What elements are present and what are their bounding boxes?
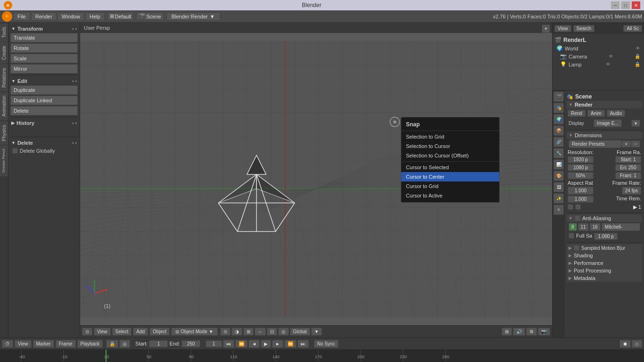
aa-11[interactable]: 11 — [578, 223, 589, 231]
frame-end-input[interactable] — [615, 164, 641, 171]
vt-r2[interactable]: 🔊 — [513, 328, 525, 336]
full-sa-input[interactable] — [594, 233, 618, 240]
frame-cur-input[interactable] — [615, 172, 641, 179]
res-x-input[interactable] — [568, 156, 594, 163]
tab-physics[interactable]: Physics — [0, 121, 8, 145]
tab-grease-pencil[interactable]: Grease Pencil — [0, 145, 8, 176]
duplicate-button[interactable]: Duplicate — [10, 85, 78, 95]
tab-animation[interactable]: Animation — [0, 91, 8, 120]
tab-tools[interactable]: Tools — [0, 23, 8, 41]
tl-rec[interactable]: ⏺ — [619, 340, 631, 348]
search-btn[interactable]: Search — [573, 25, 595, 32]
tl-end-input[interactable] — [182, 340, 200, 347]
vt-r3[interactable]: ⚙ — [526, 328, 537, 336]
tl-play[interactable]: ▶ — [261, 340, 271, 348]
rotate-button[interactable]: Rotate — [10, 43, 78, 53]
tl-frame[interactable]: Frame — [56, 340, 76, 348]
vt-view-btn[interactable]: View — [94, 328, 111, 336]
tl-playback[interactable]: Playback — [77, 340, 103, 348]
full-sa-checkbox[interactable] — [569, 233, 574, 239]
toggle-1[interactable] — [568, 204, 573, 210]
timeline-ruler[interactable]: -40 -10 20 50 80 110 140 170 200 230 — [0, 350, 644, 362]
props-tab-texture[interactable]: 🖼 — [553, 182, 564, 192]
sampled-checkbox[interactable] — [574, 245, 579, 251]
minimize-button[interactable]: ─ — [611, 1, 619, 9]
props-tab-world[interactable]: 🌍 — [553, 114, 564, 124]
metadata-header[interactable]: ▶ Metadata — [567, 274, 642, 282]
vt-mode-selector[interactable]: Object Mode ▼ — [171, 328, 218, 336]
aspect-x-input[interactable] — [568, 187, 594, 195]
props-tab-scene[interactable]: 🎭 — [553, 103, 564, 113]
vt-overlay-btn[interactable]: ⊞ — [243, 328, 254, 336]
view-btn[interactable]: View — [554, 25, 571, 32]
render-section-header[interactable]: ▼ Render — [567, 101, 642, 108]
all-scenes-btn[interactable]: All Sc — [623, 25, 642, 32]
aa-8[interactable]: 8 — [569, 223, 577, 231]
tab-relations[interactable]: Relations — [0, 64, 8, 91]
snap-cursor-to-grid[interactable]: Cursor to Grid — [401, 181, 499, 191]
props-tab-modifiers[interactable]: 🔧 — [553, 148, 564, 158]
vt-snap-btn[interactable]: ⊡ — [267, 328, 277, 336]
scene-selector[interactable]: 🎬 Scene — [136, 12, 163, 20]
aspect-y-input[interactable] — [568, 196, 594, 203]
history-section-header[interactable]: ▶ History • • — [10, 119, 78, 127]
anim-btn[interactable]: Anim — [587, 110, 605, 117]
workspace-selector[interactable]: ⊞ Default — [107, 12, 134, 20]
toggle-2[interactable] — [575, 204, 581, 210]
tl-next-frame[interactable]: ⏩ — [284, 340, 297, 348]
tl-sync-selector[interactable]: No Sync — [314, 340, 339, 348]
tl-prev-frame[interactable]: ⏪ — [235, 340, 248, 348]
tl-onion[interactable]: ◎ — [119, 340, 130, 348]
delete-button[interactable]: Delete — [10, 106, 78, 115]
res-y-input[interactable] — [568, 164, 594, 171]
outliner-lamp[interactable]: 💡 Lamp 👁 🔒 — [554, 60, 642, 68]
vt-r4[interactable]: 📷 — [538, 328, 550, 336]
tl-keyframe[interactable]: ◇ — [632, 340, 642, 348]
vt-shading-btn[interactable]: ◑ — [231, 328, 242, 336]
preset-add[interactable]: + — [621, 140, 631, 148]
transform-section-header[interactable]: ▼ Transform • • — [10, 25, 78, 33]
vt-select-btn[interactable]: Select — [112, 328, 132, 336]
render-engine-selector[interactable]: Blender Render ▼ — [166, 12, 220, 21]
tl-prev-keyframe[interactable]: ◄ — [248, 340, 260, 348]
window-menu[interactable]: Window — [58, 12, 84, 21]
vt-transform-btn[interactable]: ↔ — [255, 328, 266, 336]
display-extra[interactable]: ▾ — [631, 120, 640, 127]
delete-globally-checkbox[interactable] — [12, 148, 18, 154]
render-presets-btn[interactable]: Render Presets — [569, 140, 621, 148]
snap-selection-to-grid[interactable]: Selection to Grid — [401, 132, 499, 141]
tl-lock[interactable]: 🔒 — [106, 340, 118, 348]
snap-cursor-to-selected[interactable]: Cursor to Selected — [401, 163, 499, 172]
maximize-button[interactable]: □ — [621, 1, 630, 9]
tl-last-frame[interactable]: ⏭ — [297, 340, 309, 348]
tl-next-keyframe[interactable]: ► — [272, 340, 283, 348]
aa-filter[interactable]: Mitchell- — [602, 223, 640, 231]
audio-btn[interactable]: Audio — [607, 110, 626, 117]
shading-header[interactable]: ▶ Shading — [567, 252, 642, 259]
res-pct-input[interactable] — [568, 172, 594, 179]
delete-section-header[interactable]: ▼ Delete • • — [10, 139, 78, 147]
outliner-world[interactable]: 🌍 World 👁 — [554, 44, 642, 52]
post-processing-header[interactable]: ▶ Post Processing — [567, 267, 642, 274]
aa-header[interactable]: ▼ Anti-Aliasing — [567, 214, 642, 222]
viewport-add-button[interactable]: + — [542, 25, 550, 33]
performance-header[interactable]: ▶ Performance — [567, 259, 642, 267]
props-tab-object[interactable]: 📦 — [553, 125, 564, 136]
tl-view[interactable]: View — [15, 340, 32, 348]
tl-frame-input[interactable] — [206, 340, 222, 347]
tab-create[interactable]: Create — [0, 41, 8, 64]
vt-r1[interactable]: ⊞ — [502, 328, 512, 336]
props-tab-render[interactable]: 🎬 — [553, 91, 564, 102]
rend-btn[interactable]: Rend — [568, 110, 586, 117]
translate-button[interactable]: Translate — [10, 33, 78, 42]
outliner-camera[interactable]: 📷 Camera 👁 🔒 — [554, 52, 642, 60]
vt-object-btn[interactable]: Object — [149, 328, 170, 336]
close-button[interactable]: ✕ — [632, 1, 640, 9]
tl-marker[interactable]: Marker — [33, 340, 54, 348]
snap-cursor-to-active[interactable]: Cursor to Active — [401, 191, 499, 200]
props-tab-physics[interactable]: ⚛ — [553, 205, 564, 215]
props-tab-constraints[interactable]: 🔗 — [553, 137, 564, 147]
tl-icon[interactable]: ⏱ — [2, 340, 13, 348]
viewport-area[interactable]: User Persp + — [80, 23, 552, 337]
dimensions-header[interactable]: ▼ Dimensions — [567, 132, 642, 139]
